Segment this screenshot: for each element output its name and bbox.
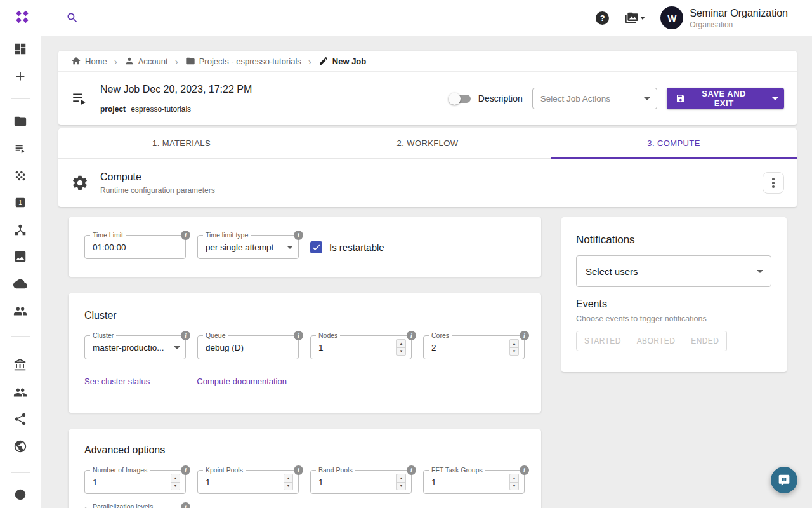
job-actions-select[interactable]: Select Job Actions — [532, 88, 657, 109]
is-restartable-checkbox[interactable] — [310, 241, 322, 253]
number-stepper[interactable] — [284, 474, 293, 490]
stepper-up-icon[interactable] — [284, 474, 292, 483]
stepper-down-icon[interactable] — [397, 483, 405, 490]
cores-field[interactable]: Cores 2 — [423, 335, 525, 359]
stepper-up-icon[interactable] — [397, 474, 405, 483]
cluster-status-link[interactable]: See cluster status — [84, 377, 150, 386]
sidebar-item-jobs[interactable] — [6, 135, 34, 163]
breadcrumb-item-account[interactable]: Account — [124, 56, 168, 66]
sidebar-item-dashboard[interactable] — [6, 36, 34, 63]
event-ended-button[interactable]: ENDED — [683, 331, 727, 351]
sidebar-item-globe[interactable] — [6, 433, 34, 460]
info-icon[interactable] — [181, 231, 190, 240]
breadcrumb-label: Home — [85, 57, 107, 66]
fft-task-groups-field[interactable]: FFT Task Groups 1 — [423, 470, 525, 494]
add-icon — [13, 69, 27, 83]
compute-docs-link[interactable]: Compute documentation — [197, 377, 287, 386]
search-button[interactable] — [66, 11, 79, 24]
info-icon[interactable] — [294, 231, 303, 240]
stepper-down-icon[interactable] — [510, 483, 518, 490]
job-title-input[interactable]: New Job Dec 20, 2023, 17:22 PM — [100, 84, 438, 100]
nodes-field[interactable]: Nodes 1 — [310, 335, 412, 359]
info-icon[interactable] — [520, 465, 529, 475]
info-icon[interactable] — [520, 331, 529, 340]
job-header: New Job Dec 20, 2023, 17:22 PM project e… — [58, 72, 797, 125]
chevron-down-icon — [174, 346, 180, 349]
org-block: Seminar Organization Organisation — [690, 7, 788, 29]
tab-compute[interactable]: 3. COMPUTE — [551, 128, 797, 158]
compute-header-text: Compute Runtime configuration parameters — [100, 171, 215, 195]
fft-field-value: 1 — [431, 478, 506, 487]
select-users-select[interactable]: Select users — [576, 255, 771, 287]
fft-field-label: FFT Task Groups — [429, 466, 485, 474]
sidebar-item-institution[interactable] — [6, 352, 34, 379]
section-menu-button[interactable] — [763, 172, 784, 194]
info-icon[interactable] — [181, 502, 190, 508]
events-title: Events — [576, 298, 771, 310]
info-icon[interactable] — [294, 331, 303, 340]
breadcrumb-item-project[interactable]: Projects - espresso-tutorials — [185, 56, 301, 66]
kpoint-pools-field[interactable]: Kpoint Pools 1 — [197, 470, 299, 494]
advanced-title: Advanced options — [84, 444, 525, 456]
stepper-down-icon[interactable] — [171, 483, 180, 490]
top-bar: W Seminar Organization Organisation — [0, 0, 812, 36]
queue-field[interactable]: Queue debug (D) — [197, 335, 299, 359]
avatar[interactable]: W — [660, 6, 683, 29]
breadcrumb-item-home[interactable]: Home — [71, 56, 107, 66]
avatar-letter: W — [667, 13, 676, 23]
chat-fab-button[interactable] — [771, 467, 797, 493]
time-limit-type-label: Time limit type — [203, 231, 251, 239]
sidebar-item-workflows[interactable] — [6, 217, 34, 244]
time-limit-type-select[interactable]: Time limit type per single attempt — [197, 235, 299, 259]
info-icon[interactable] — [181, 465, 190, 475]
stepper-up-icon[interactable] — [397, 340, 405, 348]
media-menu-button[interactable] — [625, 11, 645, 24]
save-dropdown-button[interactable] — [766, 88, 784, 109]
stepper-up-icon[interactable] — [171, 474, 180, 483]
info-icon[interactable] — [294, 465, 303, 475]
cluster-select[interactable]: Cluster master-productio... — [84, 335, 186, 359]
sidebar-item-create[interactable] — [6, 63, 34, 90]
share-icon — [13, 412, 27, 426]
help-icon[interactable] — [596, 11, 609, 25]
sidebar-item-people[interactable] — [6, 297, 34, 324]
sidebar-item-cloud[interactable] — [6, 271, 34, 298]
restartable-row: Is restartable — [310, 241, 384, 253]
sidebar-item-properties[interactable] — [6, 243, 34, 271]
stepper-up-icon[interactable] — [510, 340, 518, 348]
tab-materials[interactable]: 1. MATERIALS — [58, 128, 304, 158]
tab-workflow[interactable]: 2. WORKFLOW — [304, 128, 551, 158]
event-aborted-button[interactable]: ABORTED — [629, 331, 684, 351]
number-stepper[interactable] — [396, 474, 406, 490]
band-pools-field[interactable]: Band Pools 1 — [310, 470, 412, 494]
save-and-exit-button[interactable]: SAVE AND EXIT — [667, 88, 765, 109]
sidebar-item-team[interactable] — [6, 379, 34, 406]
number-of-images-field[interactable]: Number of Images 1 — [84, 470, 186, 494]
stepper-down-icon[interactable] — [397, 348, 405, 356]
info-icon[interactable] — [407, 465, 416, 475]
stepper-up-icon[interactable] — [510, 474, 518, 483]
sidebar-item-bottom[interactable] — [6, 481, 34, 508]
stepper-down-icon[interactable] — [510, 348, 518, 356]
app-logo[interactable] — [14, 10, 30, 26]
people-icon — [13, 304, 27, 318]
info-icon[interactable] — [181, 331, 190, 340]
description-toggle[interactable] — [450, 95, 471, 103]
breadcrumb-item-new-job: New Job — [318, 56, 366, 66]
number-stepper[interactable] — [509, 339, 519, 356]
sidebar-item-materials[interactable] — [6, 162, 34, 189]
number-stepper[interactable] — [396, 339, 406, 356]
stepper-down-icon[interactable] — [284, 483, 292, 490]
number-stepper[interactable] — [509, 474, 519, 490]
cluster-card: Cluster Cluster master-productio... Queu… — [69, 293, 541, 413]
person-icon — [124, 56, 134, 66]
time-limit-field[interactable]: Time Limit 01:00:00 — [84, 235, 186, 259]
info-icon[interactable] — [407, 331, 416, 340]
sidebar-item-share[interactable] — [6, 406, 34, 433]
sidebar-item-bank[interactable]: 1 — [6, 189, 34, 217]
main-area: Home Account Projects - espresso-tutoria… — [41, 36, 812, 508]
event-started-button[interactable]: STARTED — [576, 331, 629, 351]
notifications-card: Notifications Select users Events Choose… — [561, 217, 787, 372]
number-stepper[interactable] — [171, 474, 180, 490]
sidebar-item-projects[interactable] — [6, 108, 34, 135]
